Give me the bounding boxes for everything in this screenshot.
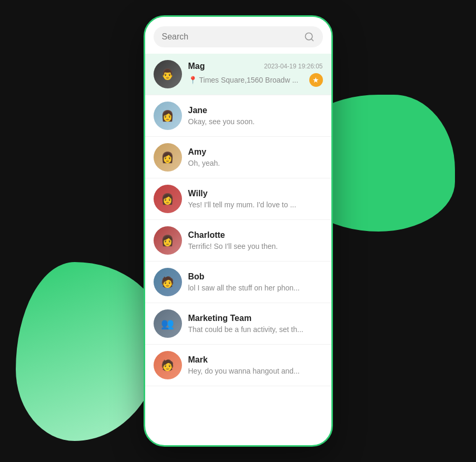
avatar-charlotte: 👩 <box>154 226 182 255</box>
search-icon <box>304 32 315 42</box>
chat-name-mark: Mark <box>188 355 208 365</box>
chat-name-marketing: Marketing Team <box>188 314 252 323</box>
pin-icon: 📍 <box>188 76 197 84</box>
chat-item-jane[interactable]: 👩JaneOkay, see you soon. <box>145 95 331 137</box>
chat-item-willy[interactable]: 👩WillyYes! I'll tell my mum. I'd love to… <box>145 178 331 220</box>
star-badge-mag: ★ <box>309 73 323 87</box>
chat-content-jane: JaneOkay, see you soon. <box>188 106 323 126</box>
chat-name-willy: Willy <box>188 189 208 198</box>
chat-content-mag: Mag2023-04-19 19:26:05📍Times Square,1560… <box>188 62 323 87</box>
chat-preview-marketing: That could be a fun activity, set th... <box>188 325 303 334</box>
chat-preview-jane: Okay, see you soon. <box>188 117 255 126</box>
chat-content-willy: WillyYes! I'll tell my mum. I'd love to … <box>188 189 323 209</box>
chat-preview-amy: Oh, yeah. <box>188 159 220 167</box>
chat-preview-bob: lol I saw all the stuff on her phon... <box>188 284 300 292</box>
chat-name-mag: Mag <box>188 62 205 71</box>
chat-list: 👨Mag2023-04-19 19:26:05📍Times Square,156… <box>145 54 331 445</box>
search-bar <box>145 17 331 54</box>
background-blob-left <box>16 262 163 441</box>
chat-name-jane: Jane <box>188 106 207 115</box>
chat-item-charlotte[interactable]: 👩CharlotteTerrific! So I'll see you then… <box>145 220 331 262</box>
chat-item-bob[interactable]: 🧑Boblol I saw all the stuff on her phon.… <box>145 262 331 303</box>
chat-preview-charlotte: Terrific! So I'll see you then. <box>188 242 278 250</box>
avatar-amy: 👩 <box>154 143 182 172</box>
phone-container: 👨Mag2023-04-19 19:26:05📍Times Square,156… <box>144 15 333 447</box>
chat-name-bob: Bob <box>188 272 205 282</box>
chat-content-bob: Boblol I saw all the stuff on her phon..… <box>188 272 323 292</box>
chat-name-amy: Amy <box>188 147 207 157</box>
chat-time-mag: 2023-04-19 19:26:05 <box>264 63 322 70</box>
chat-content-charlotte: CharlotteTerrific! So I'll see you then. <box>188 230 323 250</box>
chat-preview-willy: Yes! I'll tell my mum. I'd love to ... <box>188 200 297 209</box>
chat-item-marketing[interactable]: 👥Marketing TeamThat could be a fun activ… <box>145 303 331 345</box>
avatar-jane: 👩 <box>154 102 182 130</box>
avatar-mark: 🧑 <box>154 351 182 379</box>
chat-item-amy[interactable]: 👩AmyOh, yeah. <box>145 137 331 178</box>
chat-content-marketing: Marketing TeamThat could be a fun activi… <box>188 314 323 334</box>
avatar-bob: 🧑 <box>154 268 182 296</box>
svg-line-1 <box>311 39 313 41</box>
chat-name-charlotte: Charlotte <box>188 230 225 240</box>
search-input[interactable] <box>162 32 300 42</box>
avatar-willy: 👩 <box>154 185 182 213</box>
avatar-marketing: 👥 <box>154 309 182 338</box>
chat-item-mark[interactable]: 🧑MarkHey, do you wanna hangout and... <box>145 345 331 386</box>
location-text: Times Square,1560 Broadw ... <box>199 76 299 84</box>
chat-content-amy: AmyOh, yeah. <box>188 147 323 167</box>
chat-content-mark: MarkHey, do you wanna hangout and... <box>188 355 323 375</box>
avatar-mag: 👨 <box>154 60 182 88</box>
location-preview-mag: 📍Times Square,1560 Broadw ... <box>188 76 299 84</box>
chat-item-mag[interactable]: 👨Mag2023-04-19 19:26:05📍Times Square,156… <box>145 54 331 95</box>
search-wrapper[interactable] <box>154 26 323 47</box>
chat-preview-mark: Hey, do you wanna hangout and... <box>188 367 300 375</box>
